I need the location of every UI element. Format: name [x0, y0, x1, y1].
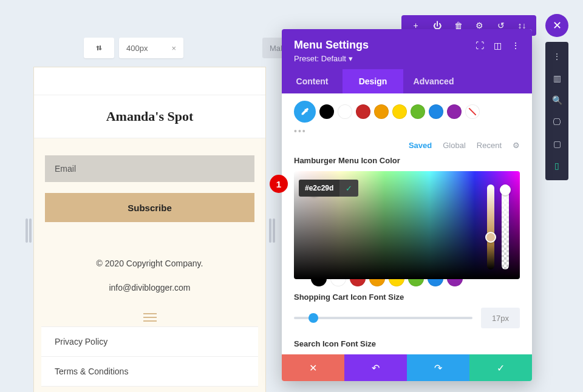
eyedropper-icon [300, 107, 310, 117]
color-swatch[interactable] [356, 104, 370, 119]
more-colors-icon[interactable]: ••• [294, 126, 520, 136]
panel-body: ••• Saved Global Recent ⚙ Hamburger Menu… [282, 93, 532, 354]
view-mode-bar: ⋮ ▥ 🔍 🖵 ▢ ▯ [545, 42, 568, 180]
columns-icon[interactable]: ◫ [494, 41, 502, 50]
annotation-badge-1: 1 [270, 175, 288, 193]
mobile-preview: Amanda's Spot Email Subscribe © 2020 Cop… [33, 67, 266, 392]
range-slider[interactable] [294, 317, 472, 319]
hamburger-menu-icon[interactable] [143, 313, 157, 322]
menu-item-privacy[interactable]: Privacy Policy [41, 327, 258, 357]
undo-button[interactable]: ↶ [344, 354, 407, 381]
hex-value[interactable]: #e2c29d [299, 180, 339, 197]
email-field[interactable]: Email [45, 155, 254, 182]
tablet-icon[interactable]: ▢ [547, 134, 567, 154]
desktop-icon[interactable]: 🖵 [547, 112, 567, 132]
tab-advanced[interactable]: Advanced [403, 69, 464, 93]
copyright-text: © 2020 Copyright Company. [34, 259, 265, 268]
palette-tab-global[interactable]: Global [443, 141, 466, 150]
cart-font-size-control: 17px [294, 308, 520, 328]
hex-confirm-button[interactable]: ✓ [339, 180, 358, 197]
phone-icon[interactable]: ▯ [547, 156, 567, 175]
palette-settings-icon[interactable]: ⚙ [513, 141, 520, 150]
color-swatch[interactable] [429, 104, 443, 119]
menu-settings-panel: Menu Settings ⛶ ◫ ⋮ Preset: Default ▾ Co… [282, 29, 532, 381]
resize-handle-left[interactable] [26, 218, 28, 243]
cart-font-size-label: Shopping Cart Icon Font Size [294, 292, 520, 302]
hue-handle[interactable] [485, 232, 496, 243]
hamburger-color-label: Hamburger Menu Icon Color [294, 156, 520, 165]
color-swatch[interactable] [392, 104, 407, 119]
color-swatch[interactable] [338, 104, 352, 119]
color-swatch[interactable] [447, 104, 462, 119]
preview-width-value: 400px [126, 44, 148, 53]
panel-footer: ✕ ↶ ↷ ✓ [282, 354, 532, 381]
color-swatch[interactable] [411, 104, 425, 119]
target-icon[interactable]: ⛶ [476, 41, 484, 50]
alpha-handle[interactable] [500, 184, 511, 195]
preview-padding [34, 67, 265, 95]
subscribe-button[interactable]: Subscribe [45, 193, 254, 222]
site-title: Amanda's Spot [34, 109, 265, 124]
contact-email: info@diviblogger.com [34, 283, 265, 292]
search-icon-color-swatches [294, 101, 520, 123]
close-icon: ✕ [553, 19, 562, 32]
hue-slider[interactable] [487, 184, 494, 269]
zoom-icon[interactable]: 🔍 [547, 90, 567, 110]
resize-handle-right[interactable] [273, 218, 275, 243]
menu-item-terms[interactable]: Terms & Conditions [41, 357, 258, 387]
range-value[interactable]: 17px [481, 308, 520, 328]
redo-button[interactable]: ↷ [407, 354, 469, 381]
color-picker[interactable]: #e2c29d ✓ [294, 171, 520, 279]
color-swatch-none[interactable] [465, 104, 480, 119]
close-panel-button[interactable]: ✕ [545, 14, 568, 37]
footer: © 2020 Copyright Company. info@diviblogg… [34, 259, 265, 322]
eyedropper-button[interactable] [294, 101, 316, 123]
clear-width-icon[interactable]: × [171, 44, 176, 53]
preview-width-chip[interactable]: 400px × [119, 38, 183, 58]
alpha-slider[interactable] [502, 184, 509, 269]
panel-title: Menu Settings [294, 39, 369, 52]
palette-tab-recent[interactable]: Recent [477, 141, 502, 150]
panel-header: Menu Settings ⛶ ◫ ⋮ Preset: Default ▾ [282, 29, 532, 69]
save-button[interactable]: ✓ [469, 354, 532, 381]
search-font-size-label: Search Icon Font Size [294, 339, 520, 348]
tab-design[interactable]: Design [343, 69, 403, 93]
email-placeholder: Email [55, 164, 76, 174]
cancel-button[interactable]: ✕ [282, 354, 344, 381]
resize-handle-right[interactable] [269, 218, 271, 243]
menu-dropdown: Privacy Policy Terms & Conditions [41, 326, 258, 387]
palette-tab-saved[interactable]: Saved [409, 141, 432, 150]
panel-tabs: Content Design Advanced [282, 69, 532, 93]
resize-handle-left[interactable] [29, 218, 32, 243]
sort-icon [95, 44, 103, 52]
kebab-icon[interactable]: ⋮ [511, 41, 520, 50]
subscribe-form: Email Subscribe [34, 138, 265, 235]
range-knob[interactable] [309, 313, 318, 323]
color-swatch[interactable] [319, 104, 334, 119]
subscribe-label: Subscribe [128, 203, 172, 213]
palette-tabs: Saved Global Recent ⚙ [294, 141, 520, 150]
site-title-bar: Amanda's Spot [34, 95, 265, 138]
color-swatch[interactable] [374, 104, 389, 119]
preset-selector[interactable]: Preset: Default ▾ [294, 54, 520, 63]
wireframe-icon[interactable]: ▥ [547, 69, 567, 88]
tab-content[interactable]: Content [282, 69, 343, 93]
hex-input-chip: #e2c29d ✓ [299, 180, 358, 197]
menu-icon[interactable]: ⋮ [547, 47, 567, 66]
width-sort-toggle[interactable] [84, 38, 114, 58]
